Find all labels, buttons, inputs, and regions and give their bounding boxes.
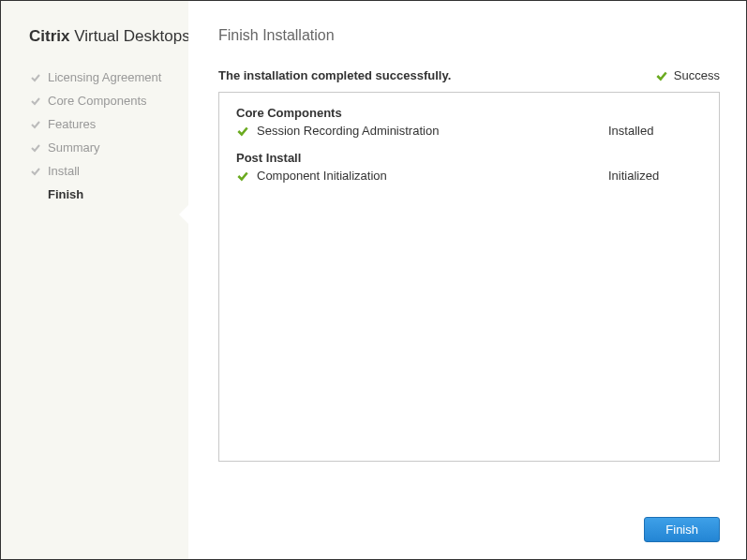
nav-label: Features bbox=[48, 117, 96, 131]
nav-item-summary: Summary bbox=[29, 140, 188, 155]
nav-item-core-components: Core Components bbox=[29, 94, 188, 108]
product-title: Citrix Virtual Desktops 7 bbox=[29, 27, 188, 46]
list-item: Session Recording Administration Install… bbox=[236, 124, 702, 138]
section-title-post: Post Install bbox=[236, 151, 702, 165]
checkmark-icon bbox=[655, 69, 668, 82]
finish-button[interactable]: Finish bbox=[644, 517, 720, 542]
page-title: Finish Installation bbox=[218, 27, 720, 44]
status-row: The installation completed successfully.… bbox=[218, 68, 720, 82]
checkmark-icon bbox=[29, 95, 42, 108]
sidebar: Citrix Virtual Desktops 7 Licensing Agre… bbox=[1, 1, 188, 559]
checkmark-icon bbox=[29, 118, 42, 131]
checkmark-icon bbox=[236, 169, 249, 183]
content-panel: Core Components Session Recording Admini… bbox=[218, 92, 720, 462]
nav-item-licensing: Licensing Agreement bbox=[29, 70, 188, 84]
nav-item-finish: Finish bbox=[29, 187, 188, 201]
list-item: Component Initialization Initialized bbox=[236, 169, 702, 183]
nav-label: Summary bbox=[48, 140, 100, 155]
nav-item-install: Install bbox=[29, 164, 188, 178]
arrow-notch bbox=[179, 205, 188, 224]
checkmark-icon bbox=[29, 165, 42, 178]
item-name: Session Recording Administration bbox=[257, 124, 608, 138]
status-message: The installation completed successfully. bbox=[218, 68, 451, 82]
product-name: Virtual Desktops 7 bbox=[74, 27, 203, 45]
nav-label: Licensing Agreement bbox=[48, 70, 161, 84]
nav-label: Finish bbox=[48, 187, 83, 201]
status-label: Success bbox=[674, 68, 720, 82]
checkmark-icon bbox=[29, 141, 42, 155]
nav-list: Licensing Agreement Core Components Feat… bbox=[29, 70, 188, 201]
main-panel: Finish Installation The installation com… bbox=[188, 1, 747, 560]
section-title-core: Core Components bbox=[236, 106, 702, 120]
status-badge: Success bbox=[655, 68, 720, 82]
checkmark-icon bbox=[236, 125, 249, 138]
checkmark-icon bbox=[29, 71, 42, 84]
item-status: Initialized bbox=[608, 169, 702, 183]
product-brand: Citrix bbox=[29, 27, 69, 45]
nav-label: Install bbox=[48, 164, 80, 178]
nav-item-features: Features bbox=[29, 117, 188, 131]
button-bar: Finish bbox=[644, 517, 720, 542]
item-status: Installed bbox=[608, 124, 702, 138]
nav-label: Core Components bbox=[48, 94, 147, 108]
item-name: Component Initialization bbox=[257, 169, 608, 183]
